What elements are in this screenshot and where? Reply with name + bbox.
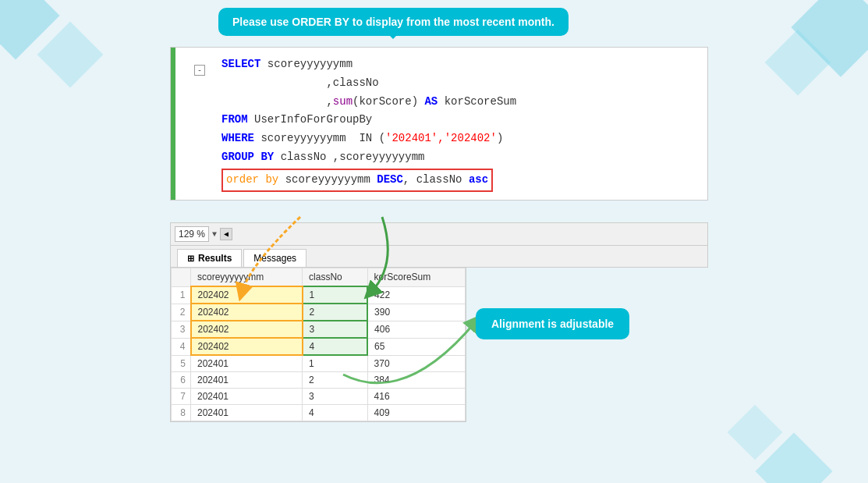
table-row: 12024021422: [172, 286, 466, 304]
results-tab-label: Results: [198, 253, 232, 264]
col-header-classno: classNo: [303, 268, 367, 287]
row-num: 3: [172, 321, 191, 338]
cell-korscoresum: 384: [367, 372, 465, 389]
cell-classno: 3: [303, 321, 367, 338]
zoom-level: 129 %: [175, 226, 209, 242]
cell-scoreyyyyyymm: 202402: [191, 338, 303, 355]
cell-scoreyyyyyymm: 202401: [191, 355, 303, 372]
cell-classno: 4: [303, 338, 367, 355]
zoom-dropdown[interactable]: ▼: [212, 230, 217, 239]
orderby-highlight: order by scoreyyyyyymm DESC, classNo asc: [221, 169, 493, 192]
messages-tab-label: Messages: [253, 253, 296, 264]
cell-scoreyyyyyymm: 202402: [191, 286, 303, 304]
row-num: 1: [172, 286, 191, 304]
results-table: scoreyyyyyymm classNo korScoreSum 120240…: [171, 268, 466, 421]
row-num: 7: [172, 389, 191, 405]
row-num: 8: [172, 405, 191, 421]
order-by-callout: Please use ORDER BY to display from the …: [218, 8, 569, 36]
cell-korscoresum: 65: [367, 338, 465, 355]
tab-results[interactable]: ⊞ Results: [177, 249, 242, 267]
cell-korscoresum: 406: [367, 321, 465, 338]
toolbar: 129 % ▼ ◀: [170, 222, 708, 246]
row-num: 5: [172, 355, 191, 372]
results-tab-icon: ⊞: [187, 254, 194, 264]
col-header-korscoresum: korScoreSum: [367, 268, 465, 287]
alignment-bubble: Alignment is adjustable: [476, 308, 629, 339]
cell-korscoresum: 370: [367, 355, 465, 372]
code-line-4: FROM UserInfoForGroupBy: [221, 111, 696, 130]
col-header-num: [172, 268, 191, 287]
tabs-bar: ⊞ Results Messages: [170, 246, 708, 268]
cell-classno: 3: [303, 389, 367, 405]
cell-classno: 1: [303, 355, 367, 372]
cell-scoreyyyyyymm: 202401: [191, 389, 303, 405]
cell-korscoresum: 390: [367, 304, 465, 321]
code-line-7: order by scoreyyyyyymm DESC, classNo asc: [221, 167, 696, 192]
green-bar: [171, 48, 175, 200]
cell-korscoresum: 409: [367, 405, 465, 421]
row-num: 6: [172, 372, 191, 389]
col-header-scoreyyyyyymm: scoreyyyyyymm: [191, 268, 303, 287]
table-row: 4202402465: [172, 338, 466, 355]
table-row: 32024023406: [172, 321, 466, 338]
code-line-5: WHERE scoreyyyyyymm IN ('202401','202402…: [221, 130, 696, 148]
table-body: 1202402142222024022390320240234064202402…: [172, 286, 466, 421]
row-num: 2: [172, 304, 191, 321]
cell-classno: 2: [303, 372, 367, 389]
cell-scoreyyyyyymm: 202402: [191, 321, 303, 338]
cell-classno: 2: [303, 304, 367, 321]
table-row: 62024012384: [172, 372, 466, 389]
cell-scoreyyyyyymm: 202401: [191, 372, 303, 389]
cell-scoreyyyyyymm: 202402: [191, 304, 303, 321]
code-line-3: ,sum(korScore) AS korScoreSum: [221, 93, 696, 112]
bg-diamond-2: [37, 22, 104, 88]
code-line-2: ,classNo: [221, 74, 696, 93]
code-editor: - SELECT scoreyyyyyymm ,classNo ,sum(kor…: [170, 47, 708, 201]
cell-korscoresum: 422: [367, 286, 465, 304]
cell-classno: 4: [303, 405, 367, 421]
scroll-left-button[interactable]: ◀: [220, 228, 232, 240]
cell-korscoresum: 416: [367, 389, 465, 405]
code-content: SELECT scoreyyyyyymm ,classNo ,sum(korSc…: [210, 48, 707, 200]
code-line-6: GROUP BY classNo ,scoreyyyyyymm: [221, 148, 696, 167]
collapse-button[interactable]: -: [194, 65, 205, 76]
table-row: 72024013416: [172, 389, 466, 405]
table-row: 22024022390: [172, 304, 466, 321]
tab-messages[interactable]: Messages: [243, 249, 306, 267]
table-header-row: scoreyyyyyymm classNo korScoreSum: [172, 268, 466, 287]
table-row: 82024014409: [172, 405, 466, 421]
cell-scoreyyyyyymm: 202401: [191, 405, 303, 421]
code-line-1: SELECT scoreyyyyyymm: [221, 55, 696, 74]
results-table-container: scoreyyyyyymm classNo korScoreSum 120240…: [170, 268, 466, 422]
table-row: 52024011370: [172, 355, 466, 372]
cell-classno: 1: [303, 286, 367, 304]
row-num: 4: [172, 338, 191, 355]
